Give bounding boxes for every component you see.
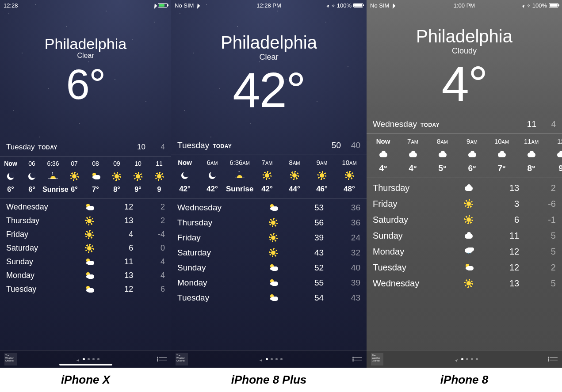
page-dot bbox=[461, 358, 463, 360]
day-name: Friday bbox=[6, 230, 78, 239]
phone-iphone-8: No SIM 1:00 PM 100% Philadelphia Cloudy … bbox=[367, 0, 562, 368]
hour-label: 10 bbox=[127, 160, 149, 167]
day-low: 40 bbox=[324, 263, 360, 273]
hour-label: 8AM bbox=[428, 137, 457, 145]
daily-row: Sunday5240 bbox=[177, 260, 360, 275]
page-dot bbox=[476, 358, 478, 360]
day-icon-wrap bbox=[260, 293, 287, 303]
status-bar: No SIM 1:00 PM 100% bbox=[367, 0, 562, 11]
day-name: Sunday bbox=[373, 231, 455, 241]
hour-icon-wrap bbox=[457, 148, 487, 161]
caption-iphone-x: iPhone X bbox=[0, 368, 171, 392]
day-high: 13 bbox=[101, 271, 133, 280]
partly-icon bbox=[268, 278, 278, 288]
day-high: 11 bbox=[482, 231, 519, 241]
page-indicator[interactable] bbox=[76, 355, 99, 363]
hour-label: 06 bbox=[21, 160, 42, 167]
hour-value: 9 bbox=[149, 186, 170, 194]
day-low: 36 bbox=[324, 218, 360, 228]
day-icon-wrap bbox=[78, 244, 102, 253]
hourly-forecast[interactable]: Now4°7AM4°8AM5°9AM6°10AM7°11AM8°129 bbox=[367, 134, 562, 178]
hour-value: 8° bbox=[516, 164, 546, 173]
status-bar: 12:28 bbox=[0, 0, 171, 11]
hourly-slot: 8AM44° bbox=[281, 159, 308, 194]
day-name: Tuesday bbox=[373, 263, 455, 273]
day-low: 36 bbox=[324, 203, 360, 213]
list-button[interactable] bbox=[159, 357, 167, 361]
hour-label: 11 bbox=[149, 160, 170, 167]
page-indicator[interactable] bbox=[260, 355, 283, 363]
day-low: 4 bbox=[133, 271, 165, 280]
today-row: TuesdayTODAY 10 4 bbox=[0, 138, 171, 156]
weather-channel-logo[interactable]: The Weather Channel bbox=[176, 353, 188, 365]
home-indicator[interactable] bbox=[59, 364, 112, 365]
wifi-icon bbox=[153, 2, 156, 9]
location-arrow-icon bbox=[260, 355, 263, 363]
day-low: 24 bbox=[324, 233, 360, 243]
hour-icon-wrap bbox=[546, 148, 562, 161]
day-high: 3 bbox=[482, 199, 519, 209]
today-high: 10 bbox=[126, 143, 145, 152]
day-high: 56 bbox=[287, 218, 324, 228]
sun-icon bbox=[464, 199, 474, 209]
weather-channel-logo[interactable]: The Weather Channel bbox=[371, 353, 383, 365]
hour-value: 9 bbox=[546, 164, 562, 173]
today-label: TODAY bbox=[38, 145, 57, 151]
hour-icon-wrap bbox=[487, 148, 516, 161]
day-low: 2 bbox=[519, 183, 556, 193]
hourly-slot: 9AM6° bbox=[457, 137, 487, 173]
hour-value: 46° bbox=[308, 185, 336, 194]
moon-icon bbox=[207, 171, 217, 180]
partly-icon bbox=[84, 257, 94, 267]
moon-icon bbox=[27, 171, 37, 181]
hourly-forecast[interactable]: Now42°6AM42°6:36AMSunrise7AM42°8AM44°9AM… bbox=[171, 155, 367, 198]
today-day: WednesdayTODAY bbox=[373, 119, 517, 129]
hourly-slot: 066° bbox=[21, 160, 42, 194]
battery-icon bbox=[549, 3, 558, 8]
day-name: Tuesday bbox=[177, 293, 260, 303]
hour-label: Now bbox=[368, 137, 398, 145]
city-name: Philadelphia bbox=[367, 27, 562, 46]
day-name: Saturday bbox=[6, 244, 78, 253]
sun-icon bbox=[268, 233, 278, 243]
list-button[interactable] bbox=[354, 357, 362, 361]
battery-icon bbox=[158, 3, 168, 8]
day-high: 43 bbox=[287, 248, 324, 258]
page-dot bbox=[471, 358, 473, 360]
hourly-forecast[interactable]: Now6°066°6:36Sunrise076°087°098°109°119 bbox=[0, 156, 171, 198]
caption-iphone-8: iPhone 8 bbox=[367, 368, 562, 392]
hour-value: 9° bbox=[127, 186, 149, 194]
list-button[interactable] bbox=[550, 357, 558, 361]
sun-icon bbox=[344, 171, 354, 180]
daily-row: Monday5539 bbox=[177, 275, 360, 290]
partly-icon bbox=[84, 271, 94, 281]
day-low: 2 bbox=[133, 216, 165, 225]
hour-icon-wrap bbox=[226, 169, 253, 182]
moon-icon bbox=[180, 171, 190, 180]
page-indicator[interactable] bbox=[455, 355, 478, 363]
cloud-icon bbox=[438, 149, 447, 159]
daily-row: Tuesday5443 bbox=[177, 290, 360, 305]
hour-icon-wrap bbox=[42, 170, 64, 183]
day-name: Wednesday bbox=[177, 203, 260, 213]
city-name: Philadelphia bbox=[0, 35, 171, 53]
day-low: -6 bbox=[519, 199, 556, 209]
daily-forecast[interactable]: Wednesday5336Thursday5636Friday3924Satur… bbox=[171, 198, 367, 307]
hourly-slot: Now6° bbox=[0, 160, 21, 194]
weather-channel-logo[interactable]: The Weather Channel bbox=[4, 353, 17, 365]
current-weather: Philadelphia Cloudy 4 bbox=[367, 11, 562, 109]
daily-row: Wednesday135 bbox=[373, 275, 556, 291]
partly-icon bbox=[268, 203, 278, 213]
today-high: 11 bbox=[517, 119, 536, 129]
day-high: 12 bbox=[482, 247, 519, 257]
status-time: 12:28 PM bbox=[171, 2, 367, 9]
daily-forecast[interactable]: Wednesday122Thursday132Friday4-4Saturday… bbox=[0, 198, 171, 298]
daily-row: Friday3-6 bbox=[373, 196, 556, 212]
daily-forecast[interactable]: Thursday132Friday3-6Saturday6-1Sunday115… bbox=[367, 178, 562, 293]
location-arrow-icon bbox=[455, 355, 459, 363]
current-weather: Philadelphia Clear 42 bbox=[171, 11, 367, 115]
cloud-icon bbox=[556, 149, 562, 159]
sun-icon bbox=[84, 216, 94, 226]
day-low: 5 bbox=[519, 278, 556, 289]
day-low: 5 bbox=[519, 231, 556, 241]
